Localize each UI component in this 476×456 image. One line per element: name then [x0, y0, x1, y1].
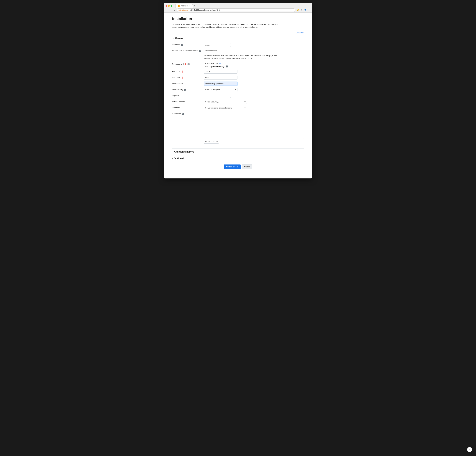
page-title: Installation	[172, 17, 304, 21]
nav-actions: 🔑 ☆ 👤 ⋮	[296, 9, 310, 11]
force-password-label: Force password change	[206, 66, 225, 67]
active-tab[interactable]: Installation ✕	[175, 4, 193, 8]
username-help-icon[interactable]: ?	[181, 44, 183, 46]
menu-button[interactable]: ⋮	[307, 9, 310, 11]
cancel-button[interactable]: Cancel	[242, 165, 253, 169]
auth-method-value: Manual accounts	[204, 49, 304, 52]
additional-names-section[interactable]: › Additional names	[172, 148, 304, 155]
city-input[interactable]	[204, 94, 231, 98]
email-visibility-help-icon[interactable]: ?	[184, 89, 186, 91]
email-visibility-label-col: Email visibility ?	[172, 88, 202, 91]
email-control	[204, 82, 304, 86]
reload-button[interactable]: ↺	[173, 9, 176, 11]
description-help-icon[interactable]: ?	[182, 113, 184, 115]
general-form: Username ? Choose an authentication meth…	[172, 41, 304, 146]
tab-bar: Installation ✕ +	[175, 4, 310, 8]
password-hint-label-col	[172, 54, 202, 55]
optional-section[interactable]: › Optional	[172, 155, 304, 162]
user-avatar[interactable]: 👤	[303, 9, 307, 11]
additional-names-title: Additional names	[174, 150, 194, 153]
last-name-control	[204, 76, 304, 80]
address-bar[interactable]: ⚠ Not Secure 34.201.41.202/user/editadva…	[177, 8, 295, 12]
page-description: On this page you should configure your m…	[172, 23, 282, 28]
minimize-button[interactable]	[168, 5, 170, 7]
timezone-select[interactable]: Server timezone (Europe/London)	[204, 106, 247, 110]
force-password-row: Force password change ?	[204, 65, 304, 67]
force-password-help-icon[interactable]: ?	[226, 65, 228, 67]
username-input[interactable]	[204, 43, 231, 47]
new-password-label: New password	[172, 63, 184, 65]
browser-window: Installation ✕ + ← → ↺ ⚠ Not Secure 34.2…	[164, 3, 312, 178]
bookmark-icon[interactable]: ☆	[300, 9, 303, 11]
first-name-row: First name ❗	[172, 69, 304, 75]
first-name-label: First name	[172, 70, 180, 73]
general-section-header[interactable]: ▼ General	[172, 35, 304, 41]
email-visibility-select[interactable]: Visible to everyone Hidden from non-cont…	[204, 88, 238, 92]
description-row: Description ? HTML format Plain text Mar…	[172, 111, 304, 145]
footer-actions: Update profile Cancel	[172, 162, 304, 170]
format-select[interactable]: HTML format Plain text Markdown	[204, 140, 219, 143]
city-label-col: City/town	[172, 94, 202, 97]
email-visibility-label: Email visibility	[172, 89, 183, 91]
maximize-button[interactable]	[170, 5, 172, 7]
username-label: Username	[172, 44, 180, 46]
format-select-row: HTML format Plain text Markdown	[204, 140, 304, 143]
city-control	[204, 94, 304, 98]
country-label: Select a country	[172, 101, 185, 103]
forward-button[interactable]: →	[170, 9, 172, 11]
titlebar: Installation ✕ +	[164, 3, 312, 8]
country-label-col: Select a country	[172, 100, 202, 103]
auth-method-help-icon[interactable]: ?	[199, 50, 201, 52]
browser-nav: ← → ↺ ⚠ Not Secure 34.201.41.202/user/ed…	[164, 8, 312, 12]
additional-names-toggle-icon: ›	[172, 151, 173, 153]
first-name-required-icon: ❗	[181, 70, 183, 73]
edit-password-icon[interactable]: ✏	[216, 62, 218, 65]
country-select[interactable]: Select a country...	[204, 100, 247, 104]
traffic-lights	[166, 5, 172, 7]
country-control: Select a country...	[204, 100, 304, 104]
expand-all-row: Expand all	[172, 32, 304, 34]
back-button[interactable]: ←	[166, 9, 169, 11]
show-password-icon[interactable]: 👁	[219, 62, 221, 65]
country-row: Select a country Select a country...	[172, 99, 304, 105]
browser-chrome: Installation ✕ + ← → ↺ ⚠ Not Secure 34.2…	[164, 3, 312, 13]
update-profile-button[interactable]: Update profile	[224, 165, 241, 169]
optional-section-title: Optional	[174, 157, 184, 160]
new-password-help-icon[interactable]: ?	[187, 63, 190, 65]
password-hint-row: The password must have at least 8 charac…	[172, 53, 304, 61]
expand-all-link[interactable]: Expand all	[296, 32, 304, 34]
last-name-label-col: Last name ❗	[172, 76, 202, 79]
tab-favicon	[178, 5, 179, 7]
tab-close-button[interactable]: ✕	[189, 5, 190, 7]
warning-icon: ⚠	[178, 9, 180, 11]
description-textarea[interactable]	[204, 112, 304, 139]
auth-method-label: Choose an authentication method	[172, 50, 198, 52]
new-password-required-icon: ❗	[184, 63, 187, 65]
last-name-label: Last name	[172, 76, 180, 79]
first-name-input[interactable]	[204, 70, 238, 74]
email-label-col: Email address ❗	[172, 82, 202, 85]
first-name-control	[204, 70, 304, 74]
close-button[interactable]	[166, 5, 167, 7]
description-label: Description	[172, 113, 181, 115]
last-name-input[interactable]	[204, 76, 238, 80]
description-control: HTML format Plain text Markdown	[204, 112, 304, 143]
new-password-control: CScs123456! ✏ 👁 Force password change ?	[204, 62, 304, 67]
new-tab-button[interactable]: +	[193, 4, 196, 8]
timezone-row: Timezone Server timezone (Europe/London)	[172, 105, 304, 111]
key-icon[interactable]: 🔑	[296, 9, 299, 11]
timezone-control: Server timezone (Europe/London)	[204, 106, 304, 110]
force-password-checkbox[interactable]	[204, 66, 206, 67]
email-input[interactable]	[204, 82, 238, 86]
timezone-label: Timezone	[172, 107, 180, 109]
auth-method-control: Manual accounts	[204, 49, 304, 52]
password-display: CScs123456!	[204, 62, 215, 65]
help-fab[interactable]: ?	[467, 447, 472, 452]
new-password-label-col: New password ❗ ?	[172, 62, 202, 65]
username-control	[204, 43, 304, 47]
email-row: Email address ❗	[172, 81, 304, 87]
page-content: Installation On this page you should con…	[164, 13, 312, 178]
last-name-row: Last name ❗	[172, 75, 304, 81]
general-toggle-icon: ▼	[172, 37, 174, 40]
auth-method-row: Choose an authentication method ? Manual…	[172, 48, 304, 53]
